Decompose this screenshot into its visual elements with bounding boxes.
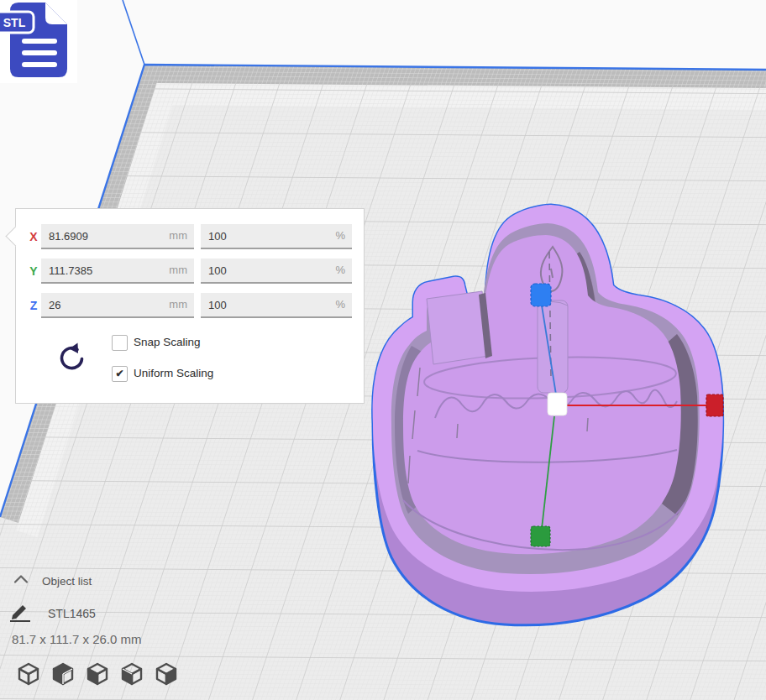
view-3d-button[interactable]: [15, 660, 42, 688]
cube-left-icon: [118, 660, 145, 688]
view-toolbar: [15, 660, 180, 688]
x-scale-input[interactable]: [201, 224, 352, 248]
cube-front-icon: [50, 660, 76, 688]
reset-arrow-icon: [55, 342, 87, 374]
object-list-item[interactable]: STL1465: [8, 603, 32, 623]
reset-scale-button[interactable]: [55, 342, 87, 374]
cube-right-icon: [153, 660, 180, 688]
view-top-button[interactable]: [84, 660, 111, 688]
uniform-scaling-box[interactable]: ✔: [112, 366, 128, 382]
snap-scaling-box[interactable]: [112, 335, 128, 351]
z-size-unit: mm: [169, 293, 187, 316]
gizmo-center-handle[interactable]: [548, 393, 567, 415]
model-dimensions: 81.7 x 111.7 x 26.0 mm: [12, 632, 142, 646]
scale-row-x: X mm %: [16, 224, 364, 249]
scale-row-z: Z mm %: [16, 293, 364, 318]
chevron-up-icon: [13, 574, 29, 584]
gizmo-y-handle[interactable]: [531, 526, 550, 546]
stl-file-icon: STL: [0, 0, 77, 83]
rename-pencil-icon[interactable]: [8, 603, 32, 623]
axis-y-label: Y: [26, 259, 41, 284]
object-list-toggle[interactable]: Object list: [13, 574, 29, 584]
candle-relief: [538, 300, 568, 393]
axis-z-label: Z: [26, 293, 41, 318]
z-scale-input[interactable]: [201, 293, 352, 316]
z-scale-unit: %: [335, 293, 345, 316]
gizmo-x-handle[interactable]: [706, 394, 723, 416]
x-size-unit: mm: [169, 224, 187, 248]
build-volume-corner-edge: [123, 0, 144, 65]
stl-file-card: STL: [0, 0, 77, 83]
cube-3d-icon: [15, 660, 42, 688]
scale-tool-panel: X mm % Y mm % Z mm: [15, 208, 365, 404]
axis-x-label: X: [26, 224, 41, 249]
gizmo-z-handle[interactable]: [531, 284, 551, 306]
view-left-button[interactable]: [118, 660, 145, 688]
y-size-unit: mm: [169, 259, 187, 282]
scale-row-y: Y mm %: [16, 259, 364, 284]
view-right-button[interactable]: [153, 660, 180, 688]
cube-top-icon: [84, 660, 111, 688]
cake-banner-slab: [427, 291, 489, 364]
snap-scaling-label: Snap Scaling: [134, 336, 201, 348]
x-scale-unit: %: [335, 224, 345, 248]
y-scale-input[interactable]: [201, 259, 352, 282]
object-list-label: Object list: [42, 575, 92, 588]
stl-badge-label: STL: [3, 16, 26, 29]
uniform-scaling-label: Uniform Scaling: [134, 367, 213, 379]
y-scale-unit: %: [335, 259, 345, 282]
object-name: STL1465: [48, 607, 96, 620]
view-front-button[interactable]: [50, 660, 76, 688]
